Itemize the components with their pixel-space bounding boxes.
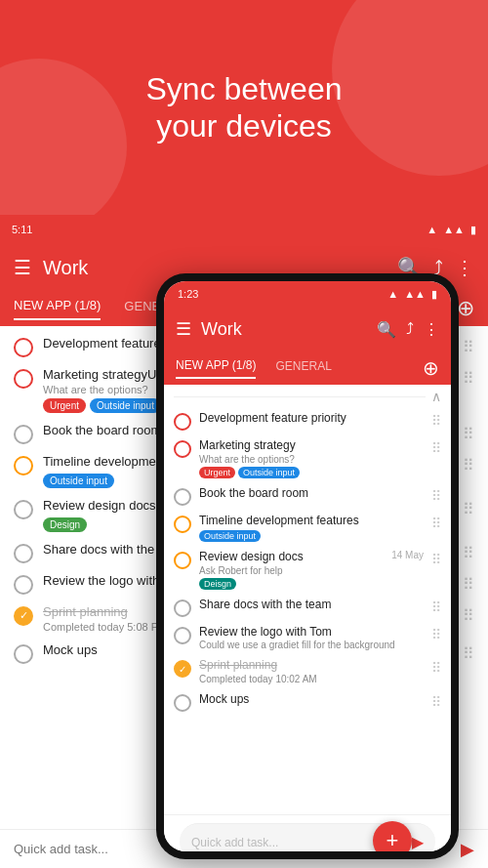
- task-circle-completed[interactable]: ✓: [14, 606, 33, 626]
- phone-send-icon[interactable]: ▶: [412, 833, 424, 851]
- task-circle[interactable]: [14, 338, 33, 357]
- task-circle[interactable]: [174, 552, 191, 569]
- task-circle[interactable]: [174, 694, 191, 712]
- tag-deisgn: Deisgn: [199, 578, 236, 590]
- drag-handle[interactable]: ⠿: [431, 488, 441, 504]
- drag-handle[interactable]: ⠿: [431, 627, 441, 642]
- phone-add-list-button[interactable]: ⊕: [423, 358, 439, 378]
- task-circle[interactable]: [174, 627, 191, 644]
- chevron-up-icon[interactable]: ∧: [431, 389, 441, 404]
- task-circle[interactable]: [14, 456, 33, 475]
- drag-handle[interactable]: ⠿: [463, 544, 474, 562]
- phone-toolbar: ☰ Work 🔍 ⤴ ⋮: [164, 307, 451, 351]
- task-title: Marketing strategy: [199, 438, 424, 454]
- task-circle[interactable]: [174, 440, 191, 458]
- tab-new-app[interactable]: NEW APP (1/8): [14, 298, 101, 320]
- list-item: Share docs with the team ⠿: [164, 593, 451, 620]
- task-content: Development feature priority: [199, 411, 424, 427]
- task-subtitle: Ask Robert for help: [199, 565, 391, 576]
- menu-icon[interactable]: ☰: [14, 256, 31, 279]
- task-circle[interactable]: [174, 488, 191, 506]
- task-subtitle: Could we use a gradiet fill for the back…: [199, 640, 424, 650]
- phone-menu-icon[interactable]: ☰: [176, 318, 191, 340]
- hero-decoration-right: [332, 0, 488, 176]
- drag-handle[interactable]: ⠿: [431, 660, 441, 676]
- phone-more-icon[interactable]: ⋮: [424, 320, 439, 339]
- add-list-button[interactable]: ⊕: [457, 298, 474, 319]
- phone-share-icon[interactable]: ⤴: [406, 320, 414, 338]
- task-content: Sprint planning Completed today 10:02 AM: [199, 658, 424, 684]
- phone-search-icon[interactable]: 🔍: [377, 320, 396, 339]
- task-circle[interactable]: [14, 500, 33, 519]
- task-circle[interactable]: [174, 599, 191, 617]
- hero-section: Sync between your devices: [0, 0, 488, 215]
- task-circle[interactable]: [14, 425, 33, 444]
- task-title: Mock ups: [199, 692, 424, 708]
- task-content: Marketing strategy What are the options?…: [199, 438, 424, 478]
- list-item: Review the logo with Tom Could we use a …: [164, 620, 451, 654]
- drag-handle[interactable]: ⠿: [463, 606, 474, 625]
- drag-handle[interactable]: ⠿: [431, 413, 441, 429]
- task-title: Review the logo with Tom: [199, 625, 424, 641]
- battery-icon: ▮: [470, 224, 476, 236]
- tablet-status-icons: ▲ ▲▲ ▮: [427, 224, 476, 236]
- task-circle[interactable]: [174, 516, 191, 533]
- more-icon[interactable]: ⋮: [455, 256, 474, 279]
- phone-task-list: ∧ Development feature priority ⠿ Marketi…: [164, 385, 451, 814]
- task-circle[interactable]: [14, 644, 33, 664]
- list-item: Timeline development features Outside in…: [164, 509, 451, 546]
- task-tags: Urgent Outside input: [199, 467, 424, 478]
- task-subtitle: Completed today 10:02 AM: [199, 674, 424, 684]
- drag-handle[interactable]: ⠿: [463, 456, 474, 475]
- tag-design: Design: [43, 517, 87, 532]
- signal-icon: ▲▲: [404, 288, 426, 300]
- task-content: Timeline development features Outside in…: [199, 514, 424, 543]
- task-title: Book the board room: [199, 486, 424, 502]
- list-item: Development feature priority ⠿: [164, 406, 451, 434]
- task-circle[interactable]: [14, 544, 33, 563]
- tablet-statusbar: 5:11 ▲ ▲▲ ▮: [0, 215, 488, 244]
- drag-handle[interactable]: ⠿: [431, 599, 441, 615]
- drag-handle[interactable]: ⠿: [463, 369, 474, 388]
- task-tags: Deisgn: [199, 578, 391, 590]
- phone-tab-general[interactable]: GENERAL: [275, 359, 331, 378]
- task-title: Timeline development features: [199, 514, 424, 529]
- task-circle-completed[interactable]: ✓: [174, 660, 191, 678]
- phone-screen: 1:23 ▲ ▲▲ ▮ ☰ Work 🔍 ⤴ ⋮ NEW APP (1/8) G…: [164, 281, 451, 851]
- hero-title: Sync between your devices: [145, 70, 342, 145]
- drag-handle[interactable]: ⠿: [463, 644, 474, 663]
- task-content: Mock ups: [199, 692, 424, 708]
- device-area: 5:11 ▲ ▲▲ ▮ ☰ Work 🔍 ⤴ ⋮ NEW APP (1/8) G…: [0, 215, 488, 868]
- drag-handle[interactable]: ⠿: [431, 440, 441, 456]
- tag-urgent: Urgent: [43, 398, 86, 413]
- list-item: Review design docs Ask Robert for help D…: [164, 545, 451, 593]
- drag-handle[interactable]: ⠿: [431, 552, 441, 567]
- task-content: Review design docs Ask Robert for help D…: [199, 550, 424, 590]
- signal-icon: ▲▲: [443, 224, 465, 235]
- phone-app-title: Work: [201, 319, 367, 340]
- task-date: 14 May: [391, 550, 424, 560]
- drag-handle[interactable]: ⠿: [431, 694, 441, 710]
- task-subtitle: What are the options?: [199, 454, 424, 465]
- wifi-icon: ▲: [427, 224, 437, 235]
- drag-handle[interactable]: ⠿: [463, 425, 474, 443]
- tag-urgent: Urgent: [199, 467, 235, 478]
- task-content: Book the board room: [199, 486, 424, 502]
- list-item: Marketing strategy What are the options?…: [164, 434, 451, 481]
- drag-handle[interactable]: ⠿: [463, 575, 474, 594]
- tag-outside-input: Outside input: [90, 398, 161, 413]
- drag-handle[interactable]: ⠿: [431, 516, 441, 531]
- task-circle[interactable]: [14, 575, 33, 595]
- drag-handle[interactable]: ⠿: [463, 338, 474, 356]
- task-circle[interactable]: [174, 413, 191, 431]
- phone-statusbar: 1:23 ▲ ▲▲ ▮: [164, 281, 451, 307]
- tablet-time: 5:11: [12, 224, 32, 235]
- task-circle[interactable]: [14, 369, 33, 389]
- list-item: ✓ Sprint planning Completed today 10:02 …: [164, 653, 451, 687]
- send-icon[interactable]: ▶: [461, 839, 474, 860]
- phone-status-icons: ▲ ▲▲ ▮: [387, 288, 437, 301]
- drag-handle[interactable]: ⠿: [463, 500, 474, 518]
- phone-tab-new-app[interactable]: NEW APP (1/8): [176, 358, 256, 379]
- battery-icon: ▮: [431, 288, 437, 301]
- task-tags: Outside input: [199, 530, 424, 542]
